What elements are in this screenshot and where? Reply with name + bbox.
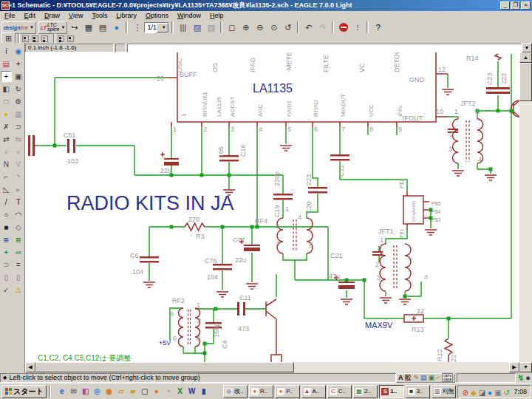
schematic-text[interactable]: JFT1	[378, 228, 394, 235]
split-icon[interactable]: ◺	[1, 184, 12, 195]
schematic-text[interactable]: P$5	[432, 201, 441, 206]
net-icon[interactable]: ≣	[13, 234, 24, 245]
schematic-text[interactable]: 473	[238, 325, 249, 332]
pinswap-icon[interactable]: ⇄	[1, 134, 12, 145]
rotate-icon[interactable]: ↻	[13, 83, 24, 95]
tray-lock-icon[interactable]: ▣	[494, 389, 501, 397]
restore-button[interactable]: ❐	[511, 1, 520, 10]
schematic-text[interactable]: C16	[239, 144, 247, 157]
schematic-text[interactable]: 1	[173, 126, 177, 133]
gate-icon[interactable]: ⊃	[1, 259, 12, 270]
schematic-text[interactable]: JFT2	[460, 100, 476, 107]
schematic-text[interactable]: 6	[309, 242, 313, 249]
tray-pen-icon[interactable]: ◪	[479, 389, 485, 397]
undo-icon[interactable]: ↶	[301, 21, 316, 34]
erc-icon[interactable]: ✓	[1, 284, 12, 296]
change-icon[interactable]: ⚙	[13, 96, 24, 107]
schematic-text[interactable]: C11	[239, 294, 251, 301]
schematic-text[interactable]: 12	[438, 66, 446, 73]
schematic-text[interactable]: 3	[276, 240, 279, 248]
clock-app-icon[interactable]: ◔	[163, 386, 174, 397]
sheet-combo[interactable]: 1/1▼	[144, 22, 169, 33]
move-icon[interactable]: +	[1, 71, 12, 82]
task-firefox-p[interactable]: ●P..	[275, 385, 299, 398]
schematic-text[interactable]: -METE	[285, 52, 293, 72]
schematic-text[interactable]: 270	[188, 216, 200, 223]
schematic-text[interactable]: AGCST	[229, 96, 236, 117]
scroll-left-icon[interactable]: ◀	[25, 362, 35, 372]
imaging-icon[interactable]: ◧	[80, 386, 91, 397]
mirror-icon[interactable]: ◧	[1, 83, 12, 95]
schematic-text[interactable]: 1	[380, 236, 383, 244]
app-icon[interactable]: ▮	[198, 386, 209, 397]
zoom-in-icon[interactable]: ⊕	[239, 21, 253, 34]
firefox-icon[interactable]: ●	[151, 386, 162, 397]
schematic-text[interactable]: OSC	[176, 58, 183, 72]
lock-icon[interactable]: «	[13, 146, 24, 157]
schematic-text[interactable]: IFOUT	[403, 115, 423, 122]
schematic-text[interactable]: R13	[412, 326, 424, 333]
schematic-text[interactable]: C21	[330, 252, 343, 259]
go-icon[interactable]: ⁝	[350, 21, 364, 34]
mini-swatch-5[interactable]	[67, 35, 74, 42]
schematic-text[interactable]: 22	[450, 355, 457, 362]
info-icon[interactable]: i	[1, 46, 12, 57]
redo-icon[interactable]: ↷	[316, 21, 330, 34]
start-button[interactable]: スタート	[1, 385, 47, 398]
name-icon[interactable]: N	[1, 159, 12, 170]
zoom-out-icon[interactable]: ⊖	[253, 21, 267, 34]
schematic-text[interactable]: IFAG	[249, 57, 256, 72]
menu-library[interactable]: Library	[112, 12, 141, 19]
schematic-text[interactable]: 223	[305, 174, 313, 185]
schematic-text[interactable]: 4	[424, 273, 428, 281]
zoom-fit-icon[interactable]: ◻	[225, 21, 239, 34]
task-app-a[interactable]: ▲A..	[301, 385, 326, 398]
horizontal-scrollbar[interactable]: ◀ ▶	[25, 362, 519, 372]
task-app-2[interactable]: ▦2..	[353, 385, 378, 398]
delete-icon[interactable]: ✗	[1, 121, 12, 132]
gateswap-icon[interactable]: ⇆	[13, 134, 24, 145]
schematic-text[interactable]: 1	[180, 113, 187, 117]
schematic-text[interactable]: R12	[436, 349, 443, 361]
scroll-down-icon[interactable]: ▼	[519, 362, 532, 372]
ltc-spice-button[interactable]: LT LTCspice ▼	[38, 21, 67, 34]
schematic-text[interactable]: 2	[197, 317, 201, 324]
menu-view[interactable]: View	[64, 12, 87, 19]
schematic-text[interactable]: 8	[369, 126, 373, 133]
stop-icon[interactable]	[336, 21, 350, 34]
schematic-text[interactable]: R3	[196, 233, 205, 240]
search-icon[interactable]: ◎	[92, 386, 103, 397]
schematic-text[interactable]: 2	[375, 261, 379, 268]
task-app-c[interactable]: CC..	[327, 385, 352, 398]
schematic-text[interactable]: VC	[358, 63, 366, 72]
chevron-down-icon[interactable]: ▼	[522, 43, 532, 52]
schematic-text[interactable]: 47u	[329, 273, 340, 280]
menu-file[interactable]: File	[0, 12, 20, 19]
group-icon[interactable]: □	[1, 96, 12, 107]
schematic-text[interactable]: VCC	[368, 104, 375, 117]
smash-icon[interactable]: ⌐	[1, 171, 12, 183]
menu-tools[interactable]: Tools	[87, 12, 112, 19]
menu-window[interactable]: Window	[173, 12, 205, 19]
schematic-text[interactable]: 4	[259, 126, 262, 133]
schematic-text[interactable]: RFIN2	[313, 99, 319, 117]
menu-help[interactable]: Help	[205, 12, 228, 19]
label-icon[interactable]: AB	[13, 247, 24, 258]
schematic-text[interactable]: 2	[450, 131, 454, 138]
schematic-text[interactable]: 1	[454, 108, 458, 115]
schematic-text[interactable]: C77	[233, 236, 245, 244]
tray-shield-icon[interactable]: ◆	[471, 389, 477, 397]
schematic-text[interactable]: 6	[476, 108, 480, 115]
ime-help-icon[interactable]: ⌐	[436, 374, 440, 381]
kana-indicator[interactable]: KANA	[443, 378, 451, 381]
mail-icon[interactable]: ✉	[68, 386, 79, 397]
sheet-icon[interactable]: ▨	[190, 21, 204, 34]
excel-icon[interactable]: X	[174, 386, 185, 397]
tray-messenger-icon[interactable]: ●	[488, 389, 492, 397]
rect-icon[interactable]: ■	[1, 222, 12, 233]
tray-update-icon[interactable]: ↺	[504, 389, 510, 397]
zoom-redraw-icon[interactable]: ↺	[281, 21, 295, 34]
schematic-text[interactable]: P$1	[399, 228, 404, 238]
scroll-right-icon[interactable]: ▶	[509, 362, 519, 372]
scroll-up-icon[interactable]: ▲	[519, 52, 532, 63]
